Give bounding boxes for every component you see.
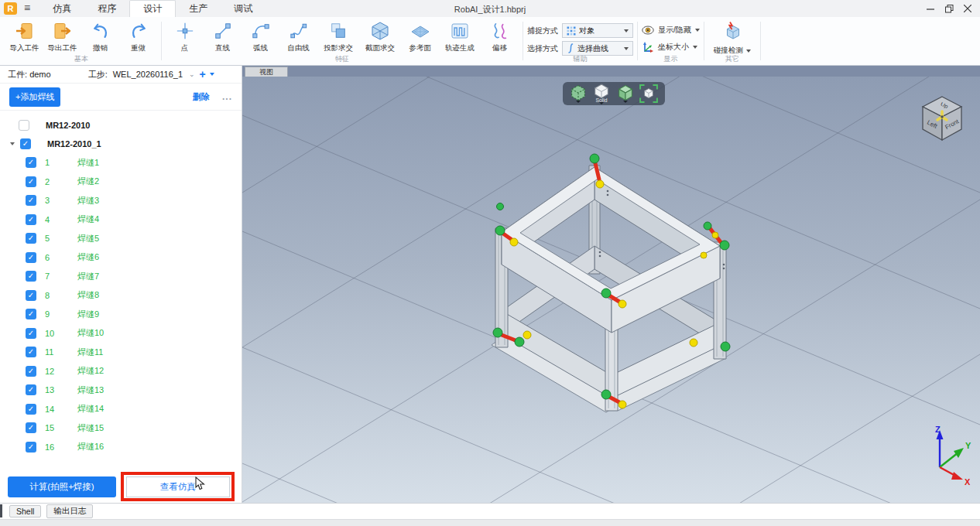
- more-options-button[interactable]: ...: [222, 91, 232, 102]
- menu-tab-simulation[interactable]: 仿真: [39, 0, 84, 17]
- import-part-button[interactable]: 导入工件: [5, 19, 43, 53]
- zoom-fit-button[interactable]: [639, 84, 658, 103]
- checkbox-checked[interactable]: ✓: [26, 328, 36, 339]
- menu-tab-production[interactable]: 生产: [176, 0, 221, 17]
- eye-icon: [642, 26, 654, 35]
- point-button[interactable]: 点: [166, 19, 204, 53]
- view-cube[interactable]: Up Left Front: [918, 94, 966, 145]
- solid-view-button[interactable]: Solid: [592, 84, 611, 104]
- arc-button[interactable]: 弧线: [242, 19, 279, 53]
- weld-number: 3: [45, 196, 63, 205]
- weld-row[interactable]: ✓ 4 焊缝4: [0, 210, 242, 230]
- tree-row-mr12-2010-1[interactable]: ✓ MR12-2010_1: [0, 135, 242, 153]
- checkbox-checked[interactable]: ✓: [26, 347, 36, 357]
- menu-tab-debug[interactable]: 调试: [221, 0, 266, 17]
- ribbon-group-basic: 导入工件 导出工件 撤销 重做 基本: [2, 17, 161, 65]
- hamburger-menu-icon[interactable]: ≡: [24, 2, 30, 17]
- tree-expand-chevron-icon[interactable]: [10, 142, 15, 145]
- tree-node-label: MR12-2010_1: [47, 139, 101, 149]
- checkbox-checked[interactable]: ✓: [26, 422, 36, 433]
- offset-button[interactable]: 偏移: [481, 19, 519, 53]
- show-hide-button[interactable]: 显示/隐藏: [642, 23, 700, 37]
- weld-row[interactable]: ✓ 11 焊缝11: [0, 343, 242, 362]
- weld-row[interactable]: ✓ 6 焊缝6: [0, 248, 242, 268]
- checkbox-checked[interactable]: ✓: [26, 404, 36, 415]
- weld-row[interactable]: ✓ 14 焊缝14: [0, 400, 242, 419]
- weld-number: 16: [45, 442, 63, 452]
- checkbox-checked[interactable]: ✓: [26, 442, 36, 453]
- checkbox-checked[interactable]: ✓: [26, 271, 36, 282]
- chevron-down-icon: [623, 101, 628, 103]
- output-log-tab[interactable]: 输出日志: [46, 504, 93, 518]
- weld-row[interactable]: ✓ 12 焊缝12: [0, 362, 242, 381]
- shaded-view-button[interactable]: [617, 84, 634, 103]
- menu-tab-design[interactable]: 设计: [129, 0, 176, 17]
- weld-row[interactable]: ✓ 3 焊缝3: [0, 191, 242, 210]
- checkbox-checked[interactable]: ✓: [26, 214, 36, 225]
- axis-y-label: Y: [965, 441, 971, 450]
- weld-row[interactable]: ✓ 13 焊缝13: [0, 381, 242, 400]
- ribbon-group-other-label: 其它: [704, 54, 760, 64]
- weld-row[interactable]: ✓ 2 焊缝2: [0, 172, 242, 192]
- section-intersect-icon: [370, 21, 390, 41]
- export-part-button[interactable]: 导出工件: [43, 19, 81, 53]
- undo-button[interactable]: 撤销: [81, 19, 119, 53]
- 3d-scene[interactable]: [242, 77, 980, 503]
- view-simulation-button[interactable]: 查看仿真: [126, 476, 230, 497]
- checkbox-checked[interactable]: ✓: [26, 233, 36, 244]
- checkbox-unchecked[interactable]: [19, 120, 29, 131]
- wireframe-shaded-view-button[interactable]: [570, 84, 587, 103]
- snap-mode-dropdown[interactable]: 对象: [562, 23, 633, 38]
- axis-size-button[interactable]: 坐标大小: [642, 40, 697, 54]
- line-icon: [213, 21, 233, 41]
- delete-link[interactable]: 删除: [193, 91, 210, 103]
- weld-row[interactable]: ✓ 1 焊缝1: [0, 153, 242, 172]
- menu-tab-program[interactable]: 程序: [84, 0, 129, 17]
- checkbox-checked[interactable]: ✓: [26, 195, 36, 206]
- chevron-down-icon: [693, 46, 697, 49]
- workstep-caret-icon[interactable]: [210, 73, 214, 76]
- tree-row-mr12-2010[interactable]: MR12-2010: [0, 116, 242, 135]
- solid-cube-icon: Solid: [592, 84, 611, 103]
- calculate-button[interactable]: 计算(拍照+焊接): [8, 476, 116, 497]
- checkbox-checked[interactable]: ✓: [26, 157, 36, 168]
- viewport-tab-view[interactable]: 视图: [245, 67, 288, 77]
- workstep-value[interactable]: WEL_20260116_1: [113, 70, 183, 79]
- minimize-button[interactable]: [923, 2, 938, 15]
- checkbox-checked[interactable]: ✓: [26, 366, 36, 377]
- add-weld-line-button[interactable]: +添加焊线: [9, 87, 60, 107]
- ribbon-group-feature: 点 直线 弧线 自由线 投影求交: [162, 17, 523, 65]
- shell-tab[interactable]: Shell: [9, 505, 41, 517]
- main-area: 工件: demo 工步: WEL_20260116_1 ⌄ + +添加焊线 删除…: [0, 66, 980, 503]
- weld-row[interactable]: ✓ 9 焊缝9: [0, 305, 242, 324]
- reference-plane-button[interactable]: 参考面: [401, 19, 439, 53]
- checkbox-checked[interactable]: ✓: [26, 252, 36, 263]
- weld-row[interactable]: ✓ 16 焊缝16: [0, 438, 242, 457]
- section-intersect-button[interactable]: 截面求交: [359, 19, 401, 53]
- trajectory-generate-button[interactable]: 轨迹生成: [439, 19, 481, 53]
- select-curve-icon: [567, 43, 574, 53]
- weld-label: 焊缝14: [77, 403, 104, 415]
- checkbox-checked[interactable]: ✓: [26, 176, 36, 187]
- checkbox-checked[interactable]: ✓: [26, 384, 36, 395]
- weld-row[interactable]: ✓ 8 焊缝8: [0, 286, 242, 306]
- freeline-button[interactable]: 自由线: [279, 19, 317, 53]
- app-logo[interactable]: R: [4, 2, 17, 15]
- redo-button[interactable]: 重做: [119, 19, 157, 53]
- frame-model[interactable]: [492, 166, 726, 412]
- close-button[interactable]: [960, 2, 975, 15]
- add-workstep-button[interactable]: +: [200, 68, 206, 80]
- weld-row[interactable]: ✓ 10 焊缝10: [0, 324, 242, 343]
- projection-intersect-button[interactable]: 投影求交: [317, 19, 359, 53]
- workstep-chevron-icon[interactable]: ⌄: [189, 70, 195, 78]
- checkbox-checked[interactable]: ✓: [20, 138, 31, 149]
- viewport-canvas[interactable]: Solid: [242, 77, 980, 503]
- checkbox-checked[interactable]: ✓: [26, 290, 36, 301]
- weld-row[interactable]: ✓ 15 焊缝15: [0, 418, 242, 438]
- collision-detect-button[interactable]: 碰撞检测: [708, 19, 756, 56]
- weld-row[interactable]: ✓ 7 焊缝7: [0, 267, 242, 286]
- line-button[interactable]: 直线: [204, 19, 242, 53]
- restore-button[interactable]: [941, 2, 957, 15]
- weld-row[interactable]: ✓ 5 焊缝5: [0, 229, 242, 248]
- checkbox-checked[interactable]: ✓: [26, 309, 36, 319]
